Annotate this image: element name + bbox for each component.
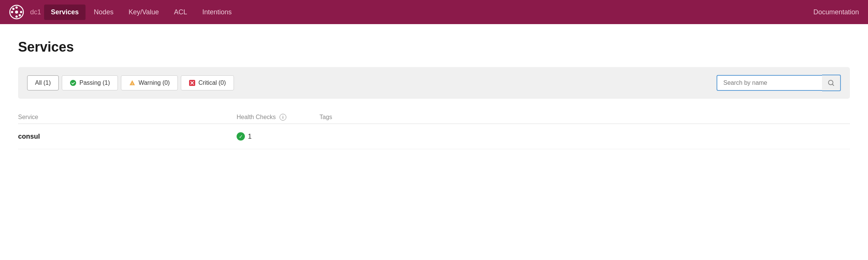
- svg-point-1: [15, 11, 18, 14]
- health-info-icon: i: [280, 114, 286, 121]
- datacenter-label: dc1: [30, 8, 41, 16]
- page-title: Services: [18, 39, 850, 55]
- col-service-header: Service: [18, 114, 237, 121]
- svg-point-2: [15, 6, 18, 9]
- svg-text:!: !: [131, 82, 133, 86]
- nav-acl[interactable]: ACL: [167, 5, 194, 20]
- nav-links: Services Nodes Key/Value ACL Intentions: [44, 5, 813, 20]
- filter-buttons: All (1) Passing (1) ! Warning (0): [27, 75, 234, 90]
- warning-icon: !: [129, 80, 136, 86]
- search-icon: [827, 79, 835, 87]
- nav-services[interactable]: Services: [44, 5, 86, 20]
- search-area: [717, 75, 841, 91]
- health-value: ✓ 1: [237, 132, 319, 141]
- service-name: consul: [18, 133, 237, 141]
- search-input[interactable]: [717, 75, 822, 91]
- nav-intentions[interactable]: Intentions: [196, 5, 238, 20]
- svg-point-4: [11, 11, 13, 13]
- services-table: Service Health Checks i Tags consul ✓ 1: [18, 111, 850, 149]
- svg-point-6: [12, 8, 15, 10]
- table-header: Service Health Checks i Tags: [18, 111, 850, 124]
- health-pass-icon: ✓: [237, 132, 245, 141]
- search-button[interactable]: [822, 75, 841, 91]
- filter-warning[interactable]: ! Warning (0): [121, 75, 178, 90]
- filter-passing[interactable]: Passing (1): [62, 75, 118, 90]
- documentation-link[interactable]: Documentation: [813, 8, 859, 16]
- col-tags-header: Tags: [319, 114, 850, 121]
- logo: [9, 5, 24, 20]
- svg-point-3: [15, 15, 18, 18]
- critical-icon: [189, 80, 196, 86]
- main-content: Services All (1) Passing (1) ! W: [0, 24, 868, 260]
- filter-critical[interactable]: Critical (0): [181, 75, 234, 90]
- health-count: 1: [248, 133, 252, 141]
- svg-point-5: [20, 11, 22, 13]
- nav-keyvalue[interactable]: Key/Value: [122, 5, 166, 20]
- svg-point-8: [70, 80, 76, 86]
- passing-icon: [70, 80, 76, 86]
- nav-bar: dc1 Services Nodes Key/Value ACL Intenti…: [0, 0, 868, 24]
- filter-all[interactable]: All (1): [27, 75, 59, 90]
- filter-bar: All (1) Passing (1) ! Warning (0): [18, 67, 850, 99]
- nav-nodes[interactable]: Nodes: [87, 5, 120, 20]
- table-row[interactable]: consul ✓ 1: [18, 124, 850, 149]
- col-health-header: Health Checks i: [237, 114, 319, 121]
- svg-point-7: [19, 14, 21, 17]
